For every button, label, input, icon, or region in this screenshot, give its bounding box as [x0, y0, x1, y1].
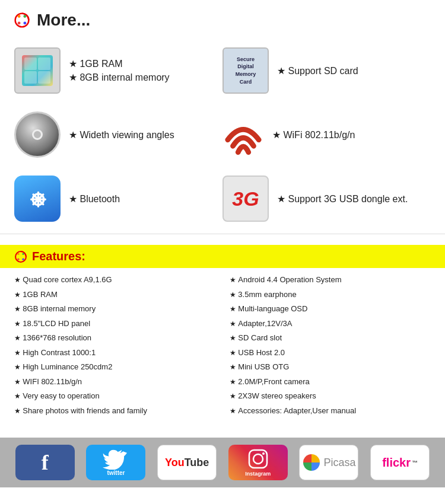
feature-right-item: 2.0M/P,Front camera [230, 375, 431, 389]
specs-grid: 1GB RAM 8GB internal memory SecureDigita… [0, 36, 445, 234]
feature-left-item: 8GB internal memory [14, 302, 215, 316]
bluetooth-icon: ⎈ [14, 176, 61, 222]
3g-symbol: 3G [232, 187, 259, 210]
social-bar: f twitter YouTube Instagram [0, 438, 445, 487]
feature-right-item: Accessories: Adapter,User manual [230, 404, 431, 418]
feature-right-item: Mini USB OTG [230, 360, 431, 374]
flickr-button[interactable]: flickr ™ [370, 445, 430, 480]
disc-icon [14, 111, 61, 158]
feature-left-item: 1GB RAM [14, 288, 215, 302]
facebook-button[interactable]: f [15, 445, 75, 480]
more-icon [14, 12, 30, 28]
wifi-icon-wrap [223, 114, 264, 155]
memory-text: 1GB RAM 8GB internal memory [69, 58, 170, 83]
svg-point-6 [17, 253, 19, 254]
features-body: Quad core cortex A9,1.6G1GB RAM8GB inter… [0, 268, 445, 427]
instagram-button[interactable]: Instagram [228, 445, 288, 480]
svg-point-4 [18, 21, 21, 24]
section-divider [0, 234, 445, 234]
ram-label: 1GB RAM [69, 58, 170, 69]
3g-label: Support 3G USB dongle ext. [277, 193, 408, 205]
twitter-bird-icon [103, 449, 129, 470]
svg-point-7 [22, 253, 24, 254]
youtube-button[interactable]: YouTube [157, 445, 217, 480]
feature-right-item: Multi-language OSD [230, 302, 431, 316]
feature-left-item: Very easy to operation [14, 389, 215, 403]
picasa-icon [302, 453, 321, 472]
feature-left-item: High Luminance 250cdm2 [14, 360, 215, 374]
youtube-icon: YouTube [165, 457, 209, 469]
feature-left-item: 1366*768 resolution [14, 331, 215, 345]
spec-display: Wideth viewing angles [14, 106, 223, 164]
facebook-icon: f [42, 450, 49, 475]
3g-icon: 3G [223, 176, 269, 222]
svg-point-3 [23, 21, 26, 24]
feature-right-item: SD Card slot [230, 331, 431, 345]
feature-right-item: Adapter,12V/3A [230, 317, 431, 331]
features-title: Features: [32, 250, 85, 263]
spec-sd: SecureDigitalMemoryCard Support SD card [223, 42, 431, 100]
wifi-icon [223, 114, 264, 155]
bluetooth-label: Bluetooth [69, 193, 120, 205]
twitter-label: twitter [107, 470, 125, 476]
twitter-button[interactable]: twitter [86, 445, 145, 480]
flickr-label: flickr [382, 456, 411, 470]
features-section: Features: Quad core cortex A9,1.6G1GB RA… [0, 245, 445, 427]
svg-rect-10 [249, 450, 267, 468]
feature-left-item: High Contrast 1000:1 [14, 346, 215, 360]
page-title: More... [37, 11, 90, 30]
feature-left-item: Quad core cortex A9,1.6G [14, 273, 215, 287]
display-text: Wideth viewing angles [69, 129, 174, 141]
spec-memory: 1GB RAM 8GB internal memory [14, 42, 223, 100]
feature-right-item: USB Host 2.0 [230, 346, 431, 360]
wifi-label: WiFi 802.11b/g/n [272, 129, 355, 141]
features-icon [14, 250, 27, 263]
sd-label: Support SD card [277, 65, 358, 76]
feature-right-item: 3.5mm earphone [230, 288, 431, 302]
feature-right-item: Android 4.4 Operation System [230, 273, 431, 287]
feature-right-item: 2X3W stereo speakers [230, 389, 431, 403]
3g-text: Support 3G USB dongle ext. [277, 193, 408, 205]
sd-text: Support SD card [277, 65, 358, 76]
bluetooth-symbol: ⎈ [30, 186, 45, 211]
viewing-label: Wideth viewing angles [69, 129, 174, 141]
features-right-col: Android 4.4 Operation System3.5mm earpho… [230, 273, 431, 417]
svg-point-11 [253, 454, 263, 464]
spec-3g: 3G Support 3G USB dongle ext. [223, 170, 431, 228]
sd-icon: SecureDigitalMemoryCard [223, 47, 269, 94]
feature-left-item: WIFI 802.11b/g/n [14, 375, 215, 389]
instagram-label: Instagram [245, 471, 271, 477]
page-header: More... [0, 0, 445, 36]
bluetooth-text: Bluetooth [69, 193, 120, 205]
svg-point-9 [17, 258, 19, 260]
svg-point-8 [22, 258, 24, 260]
svg-point-2 [23, 15, 26, 18]
features-left-col: Quad core cortex A9,1.6G1GB RAM8GB inter… [14, 273, 215, 417]
svg-point-12 [262, 452, 265, 455]
feature-left-item: 18.5"LCD HD panel [14, 317, 215, 331]
flickr-tm: ™ [412, 460, 418, 466]
picasa-label: Picasa [323, 457, 355, 469]
storage-label: 8GB internal memory [69, 72, 170, 83]
svg-point-1 [18, 15, 21, 18]
instagram-icon [247, 448, 269, 470]
spec-bluetooth: ⎈ Bluetooth [14, 170, 223, 228]
features-header: Features: [0, 245, 445, 268]
wifi-text: WiFi 802.11b/g/n [272, 129, 355, 141]
picasa-button[interactable]: Picasa [299, 445, 358, 480]
feature-left-item: Share photos with friends and family [14, 404, 215, 418]
spec-wifi: WiFi 802.11b/g/n [223, 106, 431, 164]
cpu-icon [14, 47, 61, 94]
